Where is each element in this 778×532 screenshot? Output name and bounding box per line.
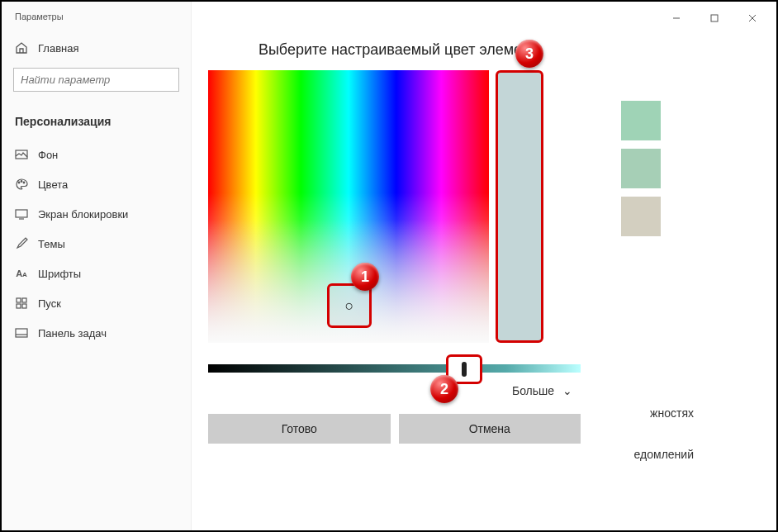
minimize-button[interactable] (659, 7, 694, 30)
nav-home-label: Главная (38, 42, 78, 55)
cancel-button[interactable]: Отмена (399, 414, 581, 444)
sidebar-item-label: Фон (38, 149, 58, 161)
background-text-fragment: жностях (650, 406, 694, 420)
annotation-bubble-1: 1 (351, 263, 379, 291)
maximize-button[interactable] (697, 7, 732, 30)
search-input[interactable] (13, 68, 179, 92)
sidebar: Параметры Главная Персонализация Фон Цве… (2, 2, 192, 530)
sidebar-item-lockscreen[interactable]: Экран блокировки (2, 199, 191, 229)
sidebar-item-start[interactable]: Пуск (2, 288, 191, 318)
annotation-bubble-2: 2 (430, 375, 458, 403)
window-title: Параметры (2, 12, 191, 33)
crosshair-icon: ○ (345, 297, 354, 315)
sidebar-item-themes[interactable]: Темы (2, 229, 191, 259)
color-preview (496, 70, 543, 343)
sidebar-item-taskbar[interactable]: Панель задач (2, 318, 191, 348)
swatch[interactable] (621, 197, 661, 236)
sidebar-item-colors[interactable]: Цвета (2, 169, 191, 199)
home-icon (15, 41, 28, 55)
close-button[interactable] (735, 7, 770, 30)
start-icon (15, 297, 28, 310)
swatch[interactable] (621, 149, 661, 188)
chevron-down-icon: ⌄ (562, 384, 572, 397)
sidebar-item-label: Панель задач (38, 327, 107, 340)
svg-rect-8 (22, 304, 26, 308)
sidebar-item-label: Темы (38, 238, 65, 250)
taskbar-icon (15, 326, 28, 340)
svg-rect-7 (17, 304, 21, 308)
brush-icon (15, 237, 28, 250)
nav-home[interactable]: Главная (2, 33, 191, 63)
annotation-bubble-3: 3 (515, 40, 543, 68)
section-header: Персонализация (2, 107, 191, 140)
palette-icon (15, 178, 28, 191)
monitor-icon (15, 207, 28, 221)
svg-point-1 (18, 182, 20, 183)
svg-rect-9 (16, 329, 27, 337)
color-swatches (621, 101, 661, 236)
titlebar (652, 2, 776, 35)
svg-rect-4 (16, 210, 27, 217)
ok-button[interactable]: Готово (208, 414, 391, 444)
picture-icon (15, 148, 28, 161)
svg-rect-6 (22, 298, 26, 302)
svg-point-3 (23, 182, 25, 183)
more-toggle[interactable]: Больше ⌄ (512, 384, 572, 397)
search-box[interactable] (13, 68, 179, 92)
color-picker-dialog: Выберите настраиваемый цвет элемен ○ Бол… (198, 35, 591, 452)
font-icon: AA (15, 267, 28, 280)
swatch[interactable] (621, 101, 661, 140)
value-slider[interactable] (208, 364, 581, 373)
sidebar-item-label: Пуск (38, 297, 61, 310)
sidebar-item-label: Экран блокировки (38, 208, 128, 221)
svg-rect-5 (17, 298, 21, 302)
sidebar-item-background[interactable]: Фон (2, 140, 191, 169)
color-field[interactable]: ○ (208, 70, 489, 343)
background-text-fragment: едомлений (634, 448, 694, 461)
slider-handle-icon (462, 362, 467, 377)
sidebar-item-label: Цвета (38, 178, 68, 191)
sidebar-item-label: Шрифты (38, 268, 81, 280)
more-label: Больше (512, 384, 554, 397)
svg-rect-12 (711, 15, 718, 21)
sidebar-item-fonts[interactable]: AA Шрифты (2, 259, 191, 288)
svg-point-2 (21, 181, 22, 183)
